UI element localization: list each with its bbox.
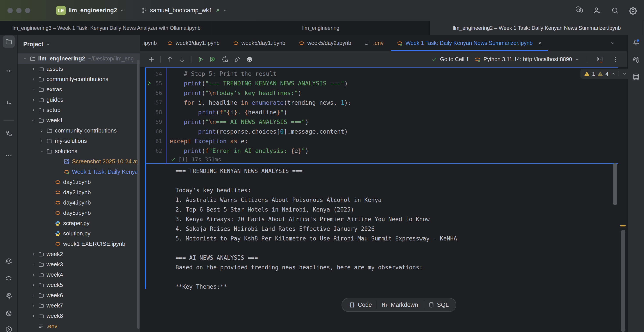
- move-cell-up-button[interactable]: [164, 54, 175, 65]
- tree-item-solution-py[interactable]: solution.py: [18, 228, 140, 239]
- output-scrollbar[interactable]: [613, 163, 617, 205]
- editor-tab-ipynb[interactable]: .ipynb: [140, 35, 160, 51]
- cell-output[interactable]: === TRENDING KENYAN NEWS ANALYSIS === To…: [145, 166, 618, 292]
- project-panel-header[interactable]: Project: [18, 35, 140, 53]
- tree-item-week8[interactable]: week8: [18, 311, 140, 321]
- chevron-right-icon[interactable]: [30, 262, 37, 267]
- add-cell-button[interactable]: [146, 54, 156, 65]
- add-code-cell-button[interactable]: {} Code: [344, 298, 377, 312]
- window-minimize-button[interactable]: [16, 8, 22, 13]
- settings-button[interactable]: [627, 5, 639, 16]
- window-tab-2[interactable]: llm_engineering: [212, 21, 430, 35]
- tree-item-week6[interactable]: week6: [18, 290, 140, 301]
- tree-item-llm-engineering2[interactable]: llm_engineering2~/Desktop/llm_eng: [18, 53, 140, 64]
- search-button[interactable]: [609, 5, 621, 16]
- ai-assistant-button[interactable]: [573, 5, 585, 16]
- next-warning-button[interactable]: [622, 71, 627, 76]
- code-line-54[interactable]: 54 # Step 5: Print the result: [145, 69, 618, 78]
- run-all-cells-button[interactable]: [208, 54, 218, 65]
- more-options-button[interactable]: [610, 54, 621, 65]
- kernel-selector[interactable]: Python 3.11.14: http://localhost:8890: [474, 56, 580, 63]
- github-button[interactable]: [244, 54, 255, 65]
- tree-item-week1[interactable]: week1: [18, 115, 140, 126]
- activity-structure-button[interactable]: [3, 127, 15, 140]
- tree-item-screenshot-2025-10-24-at[interactable]: Screenshot 2025-10-24 at: [18, 156, 140, 167]
- window-tab-3[interactable]: llm_engineering2 – Week 1 Task: Daily Ke…: [430, 21, 644, 35]
- clear-outputs-button[interactable]: [232, 54, 242, 65]
- tree-item-my-solutions[interactable]: my-solutions: [18, 136, 140, 146]
- chevron-right-icon[interactable]: [30, 314, 37, 319]
- activity-python-console-button[interactable]: [3, 290, 15, 302]
- chevron-right-icon[interactable]: [30, 67, 37, 71]
- tree-item-solutions[interactable]: solutions: [18, 146, 140, 156]
- project-tree-scrollbar[interactable]: [137, 60, 140, 329]
- warning-stripe-mark[interactable]: [620, 225, 626, 226]
- activity-jupyter-button[interactable]: [3, 272, 15, 285]
- tree-item-guides[interactable]: guides: [18, 95, 140, 105]
- code-line-60[interactable]: 60 print(response.choices[0].message.con…: [145, 127, 618, 136]
- editor-tab-week5-day2-ipynb[interactable]: week5/day2.ipynb: [292, 35, 358, 51]
- editor-tab-week3-day1-ipynb[interactable]: week3/day1.ipynb: [160, 35, 226, 51]
- chevron-down-icon[interactable]: [30, 118, 37, 123]
- tree-item-week3[interactable]: week3: [18, 259, 140, 270]
- database-button[interactable]: [631, 72, 641, 82]
- branch-widget[interactable]: samuel_bootcamp_wk1: [139, 6, 230, 15]
- activity-python-packages-button[interactable]: [3, 308, 15, 320]
- notifications-button[interactable]: [631, 38, 641, 48]
- tab-list-chevron-icon[interactable]: [610, 40, 616, 46]
- code-line-55[interactable]: 55 print("=== TRENDING KENYAN NEWS ANALY…: [145, 78, 618, 88]
- activity-project-button[interactable]: [3, 35, 15, 48]
- chevron-right-icon[interactable]: [30, 77, 37, 82]
- chevron-right-icon[interactable]: [30, 283, 37, 288]
- add-markdown-cell-button[interactable]: M↓ Markdown: [377, 298, 423, 312]
- chevron-right-icon[interactable]: [38, 139, 46, 144]
- tree-item-week2[interactable]: week2: [18, 249, 140, 259]
- add-user-button[interactable]: [591, 5, 603, 16]
- chevron-right-icon[interactable]: [30, 293, 37, 298]
- editor-tab-week-1-task-daily-kenyan-news-summarizer-ipynb[interactable]: Week 1 Task: Daily Kenyan News Summarize…: [390, 35, 549, 51]
- chevron-right-icon[interactable]: [30, 252, 37, 257]
- code-line-61[interactable]: 61except Exception as e:: [145, 136, 618, 146]
- tree-item-community-contributions[interactable]: community-contributions: [18, 126, 140, 136]
- chevron-right-icon[interactable]: [30, 97, 37, 102]
- ai-assistant-chat-button[interactable]: [631, 55, 641, 65]
- window-close-button[interactable]: [8, 8, 13, 13]
- tree-item-env[interactable]: .env: [18, 321, 140, 331]
- tree-item-week-1-task-daily-kenyan[interactable]: Week 1 Task: Daily Kenyan: [18, 167, 140, 177]
- chevron-right-icon[interactable]: [30, 108, 37, 113]
- chevron-right-icon[interactable]: [30, 87, 37, 92]
- tree-item-week4[interactable]: week4: [18, 270, 140, 280]
- tree-item-scraper-py[interactable]: scraper.py: [18, 218, 140, 228]
- code-line-62[interactable]: 62 print(f"Error in AI analysis: {e}"): [145, 146, 618, 156]
- chevron-right-icon[interactable]: [30, 272, 37, 277]
- inspections-widget[interactable]: 1 4: [580, 69, 630, 79]
- chevron-down-icon[interactable]: [21, 56, 29, 61]
- editor-tab-env[interactable]: .env: [358, 35, 390, 51]
- close-tab-icon[interactable]: [538, 41, 542, 45]
- chevron-down-icon[interactable]: [38, 149, 46, 154]
- chevron-right-icon[interactable]: [30, 303, 37, 308]
- run-line-marker[interactable]: [145, 80, 153, 86]
- tree-item-day5-ipynb[interactable]: day5.ipynb: [18, 208, 140, 218]
- window-zoom-button[interactable]: [25, 8, 30, 13]
- tree-item-day2-ipynb[interactable]: day2.ipynb: [18, 187, 140, 197]
- tree-item-day4-ipynb[interactable]: day4.ipynb: [18, 197, 140, 208]
- chevron-right-icon[interactable]: [38, 128, 46, 133]
- add-sql-cell-button[interactable]: SQL: [423, 298, 454, 312]
- run-cell-button[interactable]: [195, 54, 206, 65]
- tree-item-day1-ipynb[interactable]: day1.ipynb: [18, 177, 140, 187]
- activity-commit-button[interactable]: [3, 65, 15, 77]
- notebook-cell[interactable]: 54 # Step 5: Print the result55 print("=…: [145, 67, 618, 164]
- activity-more-tools-button[interactable]: [3, 150, 15, 162]
- tree-item-week1-exercise-ipynb[interactable]: week1 EXERCISE.ipynb: [18, 239, 140, 249]
- tree-item-setup[interactable]: setup: [18, 105, 140, 115]
- tree-item-week5[interactable]: week5: [18, 280, 140, 290]
- code-line-57[interactable]: 57 for i, headline in enumerate(trending…: [145, 98, 618, 107]
- code-line-58[interactable]: 58 print(f"{i}. {headline}"): [145, 107, 618, 117]
- window-tab-1[interactable]: llm_engineering3 – Week 1 Task: Kenyan D…: [0, 21, 212, 35]
- tree-item-extras[interactable]: extras: [18, 84, 140, 95]
- tree-item-assets[interactable]: assets: [18, 64, 140, 74]
- code-line-56[interactable]: 56 print("\nToday's key headlines:"): [145, 88, 618, 98]
- editor-tab-week5-day1-ipynb[interactable]: week5/day1.ipynb: [226, 35, 292, 51]
- restart-kernel-button[interactable]: [220, 54, 230, 65]
